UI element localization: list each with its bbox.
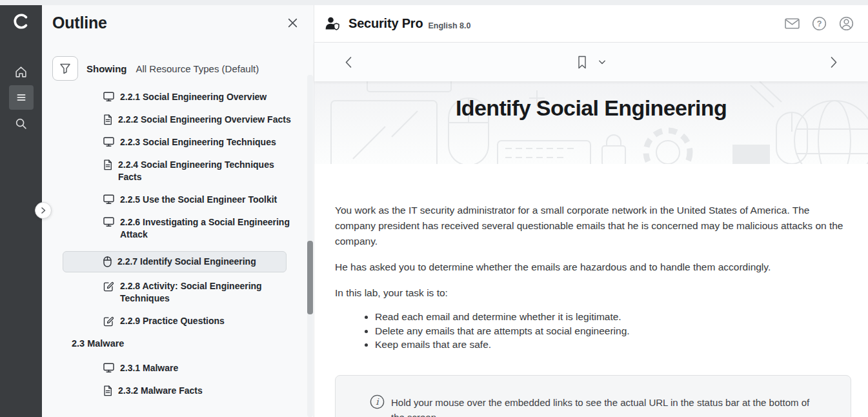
collapse-panel-button[interactable] bbox=[35, 202, 52, 219]
sidebar-item-home[interactable] bbox=[9, 59, 34, 84]
previous-lesson-button[interactable] bbox=[344, 56, 353, 68]
tech-pattern-background bbox=[314, 81, 868, 164]
outline-list: 2.2.1 Social Engineering Overview 2.2.2 … bbox=[42, 91, 314, 397]
task-list: Read each email and determine whether it… bbox=[335, 310, 812, 352]
filter-value: All Resource Types (Default) bbox=[136, 63, 259, 74]
presentation-icon bbox=[103, 363, 114, 373]
home-icon bbox=[14, 65, 28, 79]
info-callout: i Hold your mouse over the embedded link… bbox=[335, 375, 851, 417]
presentation-icon bbox=[103, 137, 114, 147]
presentation-icon bbox=[103, 92, 114, 102]
outline-item[interactable]: 2.2.6 Investigating a Social Engineering… bbox=[103, 216, 314, 241]
outline-scrollbar[interactable] bbox=[307, 75, 313, 417]
outline-item[interactable]: 2.2.1 Social Engineering Overview bbox=[103, 91, 314, 103]
lesson-nav bbox=[314, 43, 868, 81]
scenario-paragraph: You work as the IT security administrato… bbox=[335, 203, 851, 249]
help-icon: ? bbox=[812, 16, 827, 31]
main-area: Security Pro English 8.0 ? bbox=[314, 5, 868, 417]
svg-text:?: ? bbox=[817, 19, 822, 28]
outline-item[interactable]: 2.2.2 Social Engineering Overview Facts bbox=[103, 114, 314, 126]
chevron-right-icon bbox=[39, 207, 47, 214]
filter-button[interactable] bbox=[52, 56, 78, 81]
messages-button[interactable] bbox=[785, 18, 800, 29]
filter-funnel-icon bbox=[59, 63, 72, 75]
outline-scrollbar-thumb[interactable] bbox=[307, 241, 313, 314]
chevron-left-icon bbox=[344, 56, 353, 68]
presentation-icon bbox=[103, 194, 114, 205]
outline-item[interactable]: 2.2.5 Use the Social Engineer Toolkit bbox=[103, 194, 314, 206]
outline-panel: Outline Showing All Resource Types (Defa… bbox=[42, 5, 314, 417]
info-text: Hold your mouse over the embedded links … bbox=[391, 395, 823, 417]
course-header: Security Pro English 8.0 ? bbox=[314, 5, 868, 43]
edit-icon bbox=[103, 281, 114, 292]
sidebar-item-search[interactable] bbox=[9, 111, 34, 136]
outline-item[interactable]: 2.2.9 Practice Questions bbox=[103, 315, 314, 327]
person-shield-icon bbox=[325, 16, 342, 32]
task-item: Delete any emails that are attempts at s… bbox=[375, 324, 812, 338]
mouse-icon bbox=[103, 256, 112, 267]
product-version: English 8.0 bbox=[428, 21, 470, 30]
document-icon bbox=[103, 385, 112, 396]
close-outline-button[interactable] bbox=[285, 15, 301, 31]
bookmark-button[interactable] bbox=[577, 56, 588, 69]
task-lead-in: In this lab, your task is to: bbox=[335, 285, 851, 301]
chevron-down-icon bbox=[599, 60, 606, 65]
product-title: Security Pro bbox=[348, 16, 423, 31]
sidebar-item-outline[interactable] bbox=[9, 85, 34, 110]
page-title: Identify Social Engineering bbox=[314, 96, 868, 121]
scenario-paragraph: He has asked you to determine whether th… bbox=[335, 259, 851, 275]
edit-icon bbox=[103, 316, 114, 327]
outline-item[interactable]: 2.3.1 Malware bbox=[103, 362, 314, 374]
chevron-right-icon bbox=[829, 56, 838, 68]
mail-icon bbox=[785, 18, 800, 29]
outline-section-header[interactable]: 2.3 Malware bbox=[72, 338, 314, 350]
close-icon bbox=[287, 17, 298, 28]
outline-item-selected[interactable]: 2.2.7 Identify Social Engineering bbox=[63, 251, 287, 272]
showing-label: Showing bbox=[86, 63, 127, 74]
outline-item[interactable]: 2.2.8 Activity: Social Engineering Techn… bbox=[103, 280, 314, 305]
outline-title: Outline bbox=[52, 14, 107, 32]
bookmark-icon bbox=[577, 56, 588, 69]
top-strip bbox=[0, 0, 868, 5]
presentation-icon bbox=[103, 217, 114, 227]
app-logo-icon[interactable] bbox=[13, 13, 30, 32]
outline-item[interactable]: 2.3.2 Malware Facts bbox=[103, 385, 314, 397]
lesson-content: You work as the IT security administrato… bbox=[314, 164, 868, 417]
account-button[interactable] bbox=[839, 16, 854, 31]
document-icon bbox=[103, 159, 112, 170]
task-item: Keep emails that are safe. bbox=[375, 338, 812, 352]
outline-item[interactable]: 2.2.4 Social Engineering Techniques Fact… bbox=[103, 159, 314, 183]
next-lesson-button[interactable] bbox=[829, 56, 838, 68]
bookmark-menu-button[interactable] bbox=[599, 60, 606, 65]
lesson-banner: Identify Social Engineering bbox=[314, 81, 868, 164]
account-icon bbox=[839, 16, 854, 31]
search-icon bbox=[14, 117, 28, 130]
document-icon bbox=[103, 114, 112, 125]
info-icon: i bbox=[369, 394, 385, 412]
help-button[interactable]: ? bbox=[812, 16, 827, 31]
filter-row: Showing All Resource Types (Default) bbox=[52, 56, 314, 81]
menu-icon bbox=[15, 91, 28, 104]
outline-item[interactable]: 2.2.3 Social Engineering Techniques bbox=[103, 136, 314, 148]
svg-text:i: i bbox=[376, 396, 379, 407]
task-item: Read each email and determine whether it… bbox=[375, 310, 812, 324]
